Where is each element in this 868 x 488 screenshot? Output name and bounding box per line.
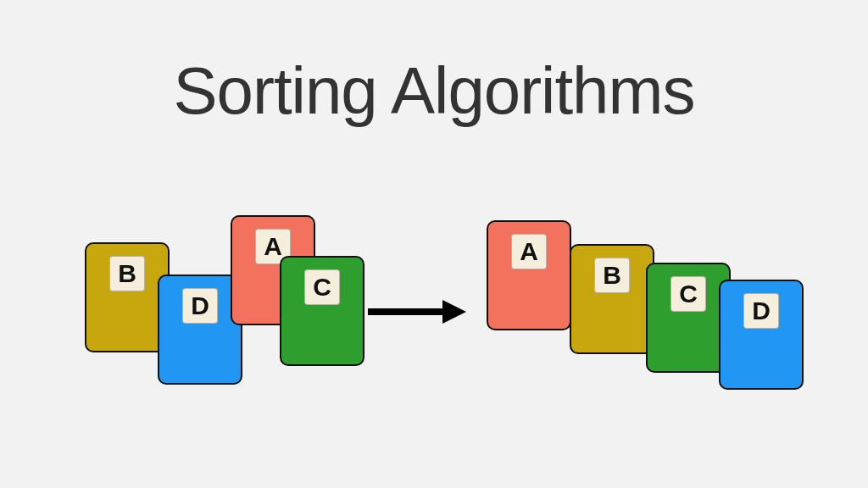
page-title: Sorting Algorithms: [0, 53, 868, 130]
card-label: B: [109, 256, 145, 291]
card-label: D: [743, 293, 779, 329]
sorted-card-C: C: [646, 263, 731, 373]
svg-marker-1: [442, 300, 466, 324]
unsorted-card-C: C: [280, 256, 364, 366]
arrow-icon: [364, 295, 466, 329]
sorted-card-D: D: [719, 280, 804, 390]
unsorted-card-B: B: [85, 242, 170, 352]
card-label: C: [670, 276, 706, 312]
unsorted-card-D: D: [158, 274, 242, 385]
card-label: C: [304, 269, 340, 305]
card-label: A: [511, 234, 547, 269]
card-label: B: [594, 258, 630, 293]
sorted-card-B: B: [570, 244, 654, 354]
sorted-card-A: A: [487, 220, 571, 330]
card-label: D: [182, 288, 218, 324]
